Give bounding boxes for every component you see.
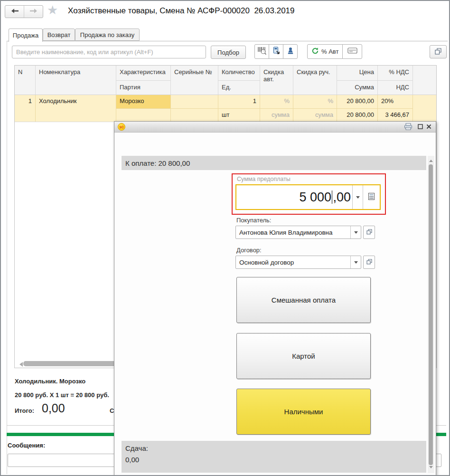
forward-button[interactable] <box>24 6 43 18</box>
arrow-right-icon <box>29 8 38 15</box>
cell-extra[interactable] <box>413 95 436 122</box>
calculator-icon <box>368 193 375 202</box>
col-header-quantity: Количество <box>218 66 260 80</box>
cell-serial[interactable] <box>171 95 218 108</box>
cell-vat[interactable]: 3 466,67 <box>378 108 413 122</box>
calculator-button[interactable] <box>363 185 380 209</box>
panel-left-border <box>7 41 7 474</box>
popout-icon <box>366 229 372 236</box>
close-button[interactable] <box>425 123 432 131</box>
popout-icon <box>435 48 441 56</box>
chevron-down-icon <box>354 231 358 236</box>
to-pay-text: К оплате: 20 800,00 <box>125 159 190 167</box>
contract-dropdown-button[interactable] <box>350 256 361 268</box>
prepayment-label: Сумма предоплаты <box>237 176 291 182</box>
tab-sale-by-order[interactable]: Продажа по заказу <box>75 29 140 41</box>
tab-return[interactable]: Возврат <box>43 29 75 41</box>
cell-characteristic-current[interactable]: Морозко <box>116 95 171 108</box>
cell-unit[interactable]: шт <box>218 108 260 122</box>
dialog-vscrollbar[interactable] <box>428 156 434 473</box>
scroll-down-arrow[interactable] <box>429 466 433 470</box>
cell-discount-auto-percent[interactable]: % <box>260 95 293 108</box>
contract-open-button[interactable] <box>363 256 375 269</box>
terminal-icon <box>272 47 281 57</box>
barcode-search-icon <box>257 46 267 57</box>
col-header-n: N <box>15 66 36 95</box>
cell-batch[interactable] <box>116 108 171 122</box>
payment-terminal-button[interactable] <box>269 44 283 59</box>
auto-discount-label: % Авт <box>321 48 338 55</box>
col-header-vat: НДС <box>378 80 413 95</box>
back-button[interactable] <box>5 6 24 18</box>
change-label: Сдача: <box>125 444 426 452</box>
cell-discount-auto-sum[interactable]: сумма <box>260 108 293 122</box>
vscroll-thumb[interactable] <box>429 164 433 465</box>
prepayment-dropdown-button[interactable] <box>352 185 363 209</box>
cell-serial-2[interactable] <box>171 108 218 122</box>
hscroll-left-arrow[interactable] <box>17 362 23 367</box>
col-header-batch: Партия <box>116 80 171 95</box>
table-row[interactable]: 1 Холодильник Морозко 1 шт % сумма % сум… <box>15 95 436 122</box>
col-header-sum: Сумма <box>337 80 378 95</box>
cell-discount-manual-percent[interactable]: % <box>293 95 337 108</box>
dialog-titlebar[interactable]: 1С <box>114 122 436 133</box>
contract-value: Основной договор <box>236 256 350 268</box>
col-header-price: Цена <box>337 66 378 80</box>
tabbar-divider <box>7 41 448 41</box>
col-header-unit: Ед. <box>218 80 260 95</box>
contract-combobox[interactable]: Основной договор <box>235 256 361 269</box>
col-header-discount-auto: Скидка авт. <box>260 66 293 95</box>
open-in-window-button[interactable] <box>430 45 447 58</box>
contract-label: Договор: <box>236 247 262 254</box>
mixed-payment-button[interactable]: Смешанная оплата <box>236 277 371 323</box>
onec-logo: 1С <box>118 123 125 131</box>
total-label: Итого: <box>15 407 34 414</box>
app-window: ★ Хозяйственные товары, Смена № АСФР-000… <box>0 0 450 476</box>
barcode-scan-button[interactable] <box>254 44 269 59</box>
buyer-value: Антонова Юлия Владимировна <box>236 226 350 238</box>
cell-vat-percent[interactable]: 20% <box>378 95 413 108</box>
prepayment-value: 5 000,00 <box>236 185 352 209</box>
discount-label-cutoff: С <box>110 407 114 414</box>
cell-price[interactable]: 20 800,00 <box>337 95 378 108</box>
device-toolbar <box>254 44 298 59</box>
text-caret <box>332 190 333 204</box>
selected-product-name: Холодильник. Морозко <box>15 378 85 385</box>
pick-button[interactable]: Подбор <box>211 46 246 59</box>
auto-discount-button[interactable]: % Авт <box>307 44 343 59</box>
change-value: 0,00 <box>125 456 426 464</box>
scale-button[interactable] <box>283 44 298 59</box>
cell-nomenclature[interactable]: Холодильник <box>36 95 116 122</box>
card-reader-button[interactable] <box>342 44 362 59</box>
tab-sale[interactable]: Продажа <box>9 29 43 42</box>
payment-dialog: 1С К оплате: 20 800,00 Сумма предоплаты … <box>114 121 436 476</box>
col-header-vat-percent: % НДС <box>378 66 413 80</box>
buyer-combobox[interactable]: Антонова Юлия Владимировна <box>235 226 361 239</box>
close-icon <box>426 124 431 131</box>
selected-product-calc: 20 800 руб. Х 1 шт = 20 800 руб. <box>15 391 109 399</box>
col-header-nomenclature: Номенклатура <box>36 66 116 95</box>
buyer-open-button[interactable] <box>363 226 375 239</box>
printer-icon <box>404 123 412 132</box>
scroll-up-arrow[interactable] <box>429 158 433 162</box>
discount-toolbar: % Авт <box>307 44 362 59</box>
cell-n[interactable]: 1 <box>15 95 36 122</box>
chevron-down-icon <box>354 261 358 266</box>
cell-sum[interactable]: 20 800,00 <box>337 108 378 122</box>
card-payment-button[interactable]: Картой <box>236 333 371 379</box>
arrow-left-icon <box>10 8 19 15</box>
popout-icon <box>366 259 372 266</box>
maximize-button[interactable] <box>416 123 424 131</box>
search-input[interactable] <box>12 46 206 58</box>
buyer-label: Покупатель: <box>236 217 271 224</box>
cell-discount-manual-sum[interactable]: сумма <box>293 108 337 122</box>
total-value: 0,00 <box>42 401 65 415</box>
table-header: N Номенклатура Характеристика Партия Сер… <box>15 66 436 95</box>
cash-payment-button[interactable]: Наличными <box>236 389 371 435</box>
favorite-star-icon[interactable]: ★ <box>47 3 58 18</box>
prepayment-input[interactable]: 5 000,00 <box>235 184 381 210</box>
buyer-dropdown-button[interactable] <box>350 226 361 238</box>
scale-icon <box>287 47 294 57</box>
cell-quantity[interactable]: 1 <box>218 95 260 108</box>
print-button[interactable] <box>403 123 413 131</box>
